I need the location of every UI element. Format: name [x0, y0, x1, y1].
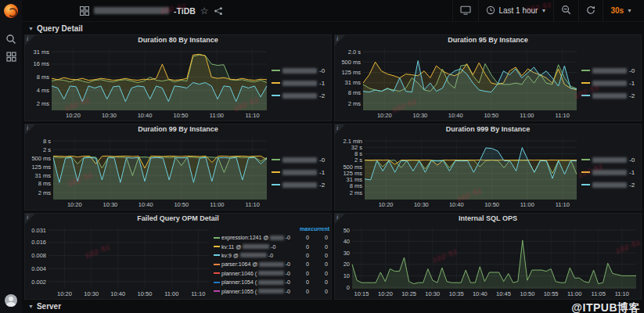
svg-text:2 ms: 2 ms — [37, 100, 50, 107]
svg-text:10:30: 10:30 — [84, 290, 99, 297]
panel-title[interactable]: Internal SQL OPS — [335, 214, 641, 224]
dashboard-grid-icon[interactable] — [80, 6, 89, 16]
legend-item[interactable]: kv:11 @-000 — [214, 242, 328, 250]
series-name-suffix: -0 — [286, 271, 290, 276]
section-title: Query Detail — [37, 24, 83, 33]
series-current-value: 0 — [311, 244, 328, 250]
series-color-dash — [214, 246, 220, 247]
grafana-logo[interactable] — [4, 4, 18, 18]
svg-text:0.031: 0.031 — [31, 227, 46, 234]
svg-text:500 ms: 500 ms — [31, 155, 51, 162]
svg-text:11:10: 11:10 — [246, 201, 260, 208]
svg-text:10:40: 10:40 — [448, 112, 463, 119]
legend-item[interactable]: -2 — [581, 92, 638, 99]
panel-title[interactable]: Duration 80 By Instance — [25, 35, 331, 45]
panel-failed-query-opm: i Failed Query OPM Detail 10:2010:3010:4… — [24, 213, 332, 300]
series-name-prefix: expression:1241 @ — [221, 235, 268, 240]
series-name-redacted — [258, 271, 284, 275]
legend-item[interactable]: -0 — [581, 67, 638, 74]
svg-text:11:10: 11:10 — [245, 112, 259, 119]
chart-duration-80[interactable]: 10:2010:3010:4010:5011:0011:1031 ms16 ms… — [25, 45, 272, 121]
legend-item[interactable]: -2 — [272, 92, 328, 99]
refresh-interval-label: 30s — [610, 6, 624, 15]
svg-text:10:50: 10:50 — [138, 290, 153, 297]
section-row-server[interactable]: ▼ Server — [24, 301, 642, 311]
chevron-down-icon: ▼ — [28, 304, 34, 309]
panel-title[interactable]: Duration 95 By Instance — [335, 35, 641, 45]
svg-text:10:40: 10:40 — [139, 201, 153, 208]
legend-item[interactable]: planner:1055 (-000 — [214, 286, 328, 295]
chart-failed-query-opm[interactable]: 10:2010:3010:4010:5011:0011:100.0310.016… — [25, 224, 214, 299]
svg-text:50: 50 — [344, 227, 350, 234]
series-name-prefix: parser:1064 @ — [221, 261, 257, 267]
share-icon[interactable] — [214, 6, 223, 16]
chart-internal-sql-ops[interactable]: 10:1510:2010:2510:3010:3510:4010:4510:50… — [335, 224, 641, 299]
svg-text:11:00: 11:00 — [164, 290, 178, 297]
legend-item[interactable]: -0 — [272, 156, 328, 164]
series-name-redacted — [592, 170, 627, 175]
series-name-suffix: -0 — [286, 261, 290, 267]
legend-item[interactable]: -1 — [581, 169, 638, 176]
zoom-out-button[interactable] — [553, 0, 578, 21]
svg-text:10:30: 10:30 — [414, 201, 429, 208]
legend-item[interactable]: kv:9 @-000 — [214, 251, 328, 260]
series-name-suffix: -2 — [629, 92, 635, 99]
chart-duration-999[interactable]: 10:2010:3010:4010:5011:0011:102.1 min32 … — [335, 135, 581, 210]
user-avatar[interactable] — [5, 294, 17, 307]
legend: -0-1-2 — [581, 135, 641, 210]
series-name-suffix: -2 — [319, 182, 325, 189]
refresh-interval-picker[interactable]: 30s ▼ — [603, 0, 639, 21]
legend-item[interactable]: planner:1046 (-000 — [214, 269, 328, 278]
chart-canvas: 10:2010:3010:4010:5011:0011:102.1 min32 … — [335, 135, 581, 210]
panel-duration-95: i Duration 95 By Instance 10:2010:3010:4… — [334, 34, 642, 121]
svg-text:2 ms: 2 ms — [38, 189, 52, 196]
chart-canvas: 10:1510:2010:2510:3010:3510:4010:4510:50… — [335, 224, 641, 299]
panel-title[interactable]: Failed Query OPM Detail — [25, 214, 331, 224]
legend-item[interactable]: -0 — [581, 156, 638, 164]
chart-duration-99[interactable]: 10:2010:3010:4010:5011:0011:108 s2 s500 … — [25, 135, 272, 210]
cycle-view-button[interactable] — [452, 0, 478, 21]
svg-text:10:40: 10:40 — [110, 290, 125, 297]
legend-column-max[interactable]: max — [293, 226, 311, 232]
section-row-query-detail[interactable]: ▼ Query Detail — [24, 23, 642, 34]
dashboard-title-suffix[interactable]: -TiDB — [174, 6, 196, 16]
legend-item[interactable]: -1 — [581, 80, 638, 87]
legend: -0-1-2 — [272, 45, 331, 121]
series-name-suffix: -2 — [319, 92, 325, 99]
panel-title[interactable]: Duration 999 By Instance — [335, 124, 641, 135]
search-icon[interactable] — [5, 34, 16, 45]
series-max-value: 0 — [292, 261, 309, 267]
series-color-dash — [581, 82, 590, 84]
legend-item[interactable]: -2 — [581, 182, 638, 189]
legend-item[interactable]: -0 — [272, 67, 328, 74]
legend-item[interactable]: expression:1241 @-000 — [214, 233, 328, 242]
dashboards-icon[interactable] — [6, 52, 16, 62]
dashboard-title-redacted — [94, 7, 169, 14]
refresh-button[interactable] — [578, 0, 603, 21]
series-color-dash — [581, 70, 590, 71]
legend-item[interactable]: -2 — [272, 182, 328, 189]
svg-text:10:50: 10:50 — [174, 112, 189, 119]
legend-column-current[interactable]: current — [311, 226, 328, 232]
svg-text:10:35: 10:35 — [449, 290, 464, 297]
svg-text:10:55: 10:55 — [544, 290, 559, 297]
svg-text:10:20: 10:20 — [377, 112, 392, 119]
panels-grid: i Duration 80 By Instance 10:2010:3010:4… — [24, 34, 642, 300]
star-icon[interactable]: ☆ — [200, 6, 209, 16]
series-name-suffix: -2 — [629, 182, 635, 189]
panel-title[interactable]: Duration 99 By Instance — [25, 124, 331, 135]
chart-duration-95[interactable]: 10:2010:3010:4010:5011:0011:102.0 s500 m… — [335, 45, 581, 121]
series-color-dash — [214, 237, 220, 239]
svg-text:10:50: 10:50 — [484, 112, 498, 119]
legend-item[interactable]: planner:1054 (-000 — [214, 278, 328, 286]
refresh-icon — [586, 5, 595, 16]
legend-item[interactable]: -1 — [272, 80, 328, 87]
legend-table-header: maxcurrent — [214, 226, 328, 232]
sidebar — [0, 0, 22, 313]
legend-item[interactable]: -1 — [272, 169, 328, 176]
legend-item[interactable]: parser:1064 @-000 — [214, 260, 328, 268]
time-range-picker[interactable]: Last 1 hour ▼ — [478, 0, 553, 21]
series-name-redacted — [592, 81, 627, 86]
series-max-value: 0 — [292, 271, 309, 276]
legend-table: maxcurrentexpression:1241 @-000kv:11 @-0… — [214, 224, 331, 299]
